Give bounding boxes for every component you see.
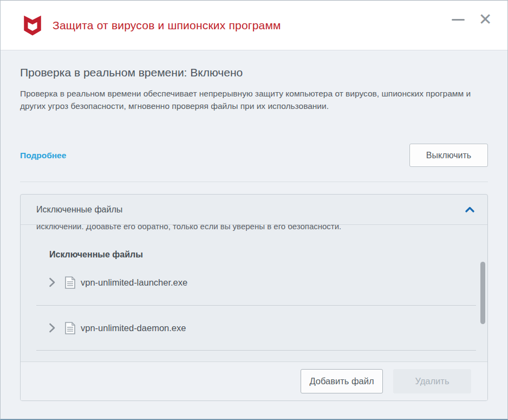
section-divider: [20, 182, 488, 182]
accordion-title: Исключенные файлы: [36, 205, 122, 215]
close-icon[interactable]: ✕: [476, 10, 494, 29]
minimize-icon[interactable]: [450, 11, 466, 28]
row-divider: [36, 350, 476, 351]
delete-button[interactable]: Удалить: [393, 369, 471, 393]
scrolled-note-text: исключений. Добавьте его обратно, только…: [21, 225, 487, 232]
page-description: Проверка в реальном времени обеспечивает…: [20, 87, 488, 112]
details-link[interactable]: Подробнее: [20, 151, 66, 160]
excluded-files-footer: Добавить файл Удалить: [21, 361, 487, 400]
main-content: Проверка в реальном времени: Включено Пр…: [1, 66, 507, 401]
chevron-right-icon: [49, 277, 55, 287]
file-row[interactable]: vpn-unlimited-daemon.exe: [21, 306, 487, 350]
file-icon: [65, 276, 75, 289]
chevron-right-icon: [49, 323, 55, 333]
excluded-files-list: исключений. Добавьте его обратно, только…: [21, 225, 487, 361]
list-title: Исключенные файлы: [21, 250, 487, 260]
window-title: Защита от вирусов и шпионских программ: [53, 19, 281, 32]
scrollbar-thumb[interactable]: [480, 262, 485, 324]
file-row[interactable]: vpn-unlimited-launcher.exe: [21, 260, 487, 305]
title-bar: Защита от вирусов и шпионских программ ✕: [1, 1, 507, 50]
excluded-files-accordion-header[interactable]: Исключенные файлы: [21, 195, 487, 225]
mcafee-window: { "window": { "title": "Защита от вирусо…: [0, 0, 508, 420]
window-controls: ✕: [450, 1, 507, 38]
excluded-files-panel: Исключенные файлы исключений. Добавьте е…: [20, 194, 488, 401]
file-icon: [65, 322, 75, 334]
add-file-button[interactable]: Добавить файл: [301, 369, 383, 393]
mcafee-shield-logo: [21, 13, 44, 38]
file-name: vpn-unlimited-daemon.exe: [81, 323, 186, 333]
page-title: Проверка в реальном времени: Включено: [20, 66, 488, 79]
file-name: vpn-unlimited-launcher.exe: [81, 277, 187, 288]
action-row: Подробнее Выключить: [20, 144, 488, 167]
chevron-up-icon: [465, 206, 474, 212]
turn-off-button[interactable]: Выключить: [409, 144, 488, 167]
